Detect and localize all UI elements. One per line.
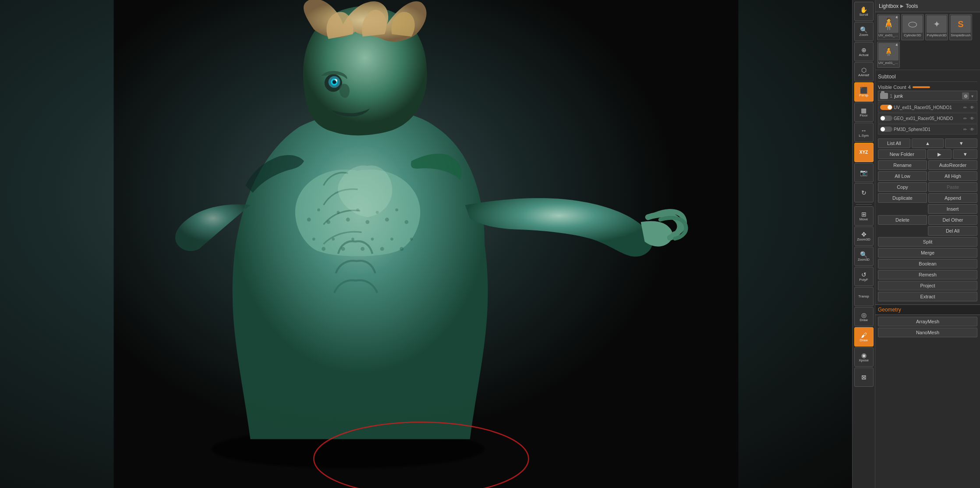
subtool-name-0: UV_ex01_Racer05_HONDO1: [894, 105, 961, 110]
svg-point-25: [380, 247, 384, 251]
action-row-nanomesh: NanoMesh: [878, 328, 977, 337]
tray-item-uv-racer-small[interactable]: 🧍 4 UV_ex01_Racer: [877, 42, 900, 68]
human-figure-icon: 🧍: [881, 17, 896, 32]
subtool-item-0[interactable]: UV_ex01_Racer05_HONDO1 ✏ 👁: [878, 102, 977, 113]
subtool-item-row-1: GEO_ex01_Racer05_HONDO ✏ 👁: [880, 114, 975, 122]
toggle-uv-racer1[interactable]: [880, 105, 892, 110]
lsym-button[interactable]: ↔ L.Sym: [854, 123, 874, 142]
nanomesh-button[interactable]: NanoMesh: [878, 328, 977, 337]
autoreorder-button[interactable]: AutoReorder: [928, 160, 977, 170]
all-high-button[interactable]: All High: [928, 171, 977, 181]
xpose-button[interactable]: ⊠: [854, 368, 874, 387]
tray-item-cylinder3d[interactable]: ⬭ Cylinder3D: [901, 14, 924, 40]
action-row-insert: Insert: [878, 204, 977, 214]
persp-button[interactable]: ⬛ Persp: [854, 82, 874, 102]
collapse-icon[interactable]: ▾: [969, 93, 975, 99]
tray-item-simplebrush[interactable]: S SimpleBrush: [949, 14, 972, 40]
new-folder-button[interactable]: New Folder: [878, 149, 926, 159]
all-low-button[interactable]: All Low: [878, 171, 927, 181]
zoom3d-button[interactable]: 🔍 Zoom3D: [854, 247, 874, 266]
rotate2-icon: ↻: [861, 190, 867, 196]
tool-tray: 🧍 4 UV_ex01_Racer ⬭ Cylinder3D ✦ PolyMes…: [875, 12, 980, 70]
item-icons-2: ✏ 👁: [962, 126, 975, 132]
edit-icon-0[interactable]: ✏: [962, 104, 968, 110]
lsym-label: L.Sym: [859, 134, 869, 138]
draw-button[interactable]: 🖌 Draw: [854, 327, 874, 347]
subtool-panel: Lightbox ▶ Tools 🧍 4 UV_ex01_Racer ⬭ Cyl…: [875, 0, 980, 488]
merge-button[interactable]: Merge: [878, 248, 977, 258]
folder-number: 1: [890, 93, 892, 99]
toggle-geo-racer[interactable]: [880, 116, 892, 121]
solo-button[interactable]: ◉ Xpose: [854, 347, 874, 367]
tray-item-uv-racer[interactable]: 🧍 4 UV_ex01_Racer: [877, 14, 900, 40]
subtool-folder-row[interactable]: 1 junk ⚙ ▾: [878, 91, 977, 101]
xyz-button[interactable]: XYZ: [854, 143, 874, 162]
arraymesh-button[interactable]: ArrayMesh: [878, 317, 977, 326]
svg-point-26: [390, 238, 393, 241]
zoom-button[interactable]: 🔍 Zoom: [854, 22, 874, 41]
actual-button[interactable]: ⊕ Actual: [854, 42, 874, 61]
solo-label: Xpose: [859, 359, 869, 362]
tray-item-polymesh3d[interactable]: ✦ PolyMesh3D: [925, 14, 948, 40]
floor-button[interactable]: ▦ Floor: [854, 103, 874, 122]
project-button[interactable]: Project: [878, 281, 977, 290]
duplicate-button[interactable]: Duplicate: [878, 193, 927, 203]
subtool-item-2[interactable]: PM3D_Sphere3D1 ✏ 👁: [878, 124, 977, 134]
new-folder-down-button[interactable]: ▼: [953, 149, 977, 159]
action-row-duplicate: Duplicate Append: [878, 193, 977, 203]
boolean-button[interactable]: Boolean: [878, 259, 977, 269]
del-other-button[interactable]: Del Other: [928, 215, 977, 225]
eye-icon-2[interactable]: 👁: [969, 126, 975, 132]
eye-icon-1[interactable]: 👁: [969, 115, 975, 121]
draw-icon: 🖌: [861, 332, 867, 338]
transp-icon: ◎: [861, 312, 867, 318]
gear-button[interactable]: ⚙: [962, 92, 969, 99]
subtool-item-1[interactable]: GEO_ex01_Racer05_HONDO ✏ 👁: [878, 113, 977, 124]
append-button[interactable]: Append: [928, 193, 977, 203]
copy-button[interactable]: Copy: [878, 182, 927, 192]
subtool-name-1: GEO_ex01_Racer05_HONDO: [894, 116, 961, 121]
action-row-delete: Delete Del Other: [878, 215, 977, 225]
tools-label[interactable]: Tools: [906, 3, 918, 9]
scroll-button[interactable]: ✋ Scroll: [854, 2, 874, 21]
action-row-delall: Del All: [878, 226, 977, 236]
svg-point-21: [341, 247, 345, 251]
paste-button[interactable]: Paste: [928, 182, 977, 192]
rotate-button[interactable]: ↺ PolyF: [854, 267, 874, 286]
move-button[interactable]: ✥ Zoom3D: [854, 226, 874, 246]
frame-icon: ⊞: [861, 211, 867, 217]
item-icons-1: ✏ 👁: [962, 115, 975, 121]
aahalf-button[interactable]: ⬡ AAHalf: [854, 62, 874, 81]
zoom-label: Zoom: [859, 33, 868, 37]
insert-button[interactable]: Insert: [928, 204, 977, 214]
tray-thumb-cylinder3d: ⬭: [902, 15, 923, 33]
down-arrow-button[interactable]: ▼: [945, 138, 977, 148]
polyf-button[interactable]: Transp: [854, 287, 874, 306]
del-all-button[interactable]: Del All: [928, 226, 977, 236]
main-viewport[interactable]: [0, 0, 852, 488]
separator-1: [856, 204, 872, 205]
extract-button[interactable]: Extract: [878, 292, 977, 301]
delete-button[interactable]: Delete: [878, 215, 927, 225]
rotate2-button[interactable]: ↻: [854, 183, 874, 202]
new-folder-right-button[interactable]: ▶: [927, 149, 952, 159]
edit-icon-2[interactable]: ✏: [962, 126, 968, 132]
eye-icon-0[interactable]: 👁: [969, 104, 975, 110]
lightbox-label[interactable]: Lightbox: [879, 3, 899, 9]
split-button[interactable]: Split: [878, 237, 977, 247]
frame-button[interactable]: ⊞ Move: [854, 206, 874, 226]
transp-button[interactable]: ◎ Draw: [854, 307, 874, 326]
camera-button[interactable]: 📷: [854, 163, 874, 182]
rename-button[interactable]: Rename: [878, 160, 927, 170]
up-arrow-button[interactable]: ▲: [912, 138, 944, 148]
draw-label: Draw: [860, 339, 868, 342]
move-label: Zoom3D: [857, 238, 870, 241]
geometry-section[interactable]: Geometry: [875, 304, 980, 315]
actual-icon: ⊕: [861, 47, 867, 53]
svg-point-7: [307, 218, 311, 222]
edit-icon-1[interactable]: ✏: [962, 115, 968, 121]
list-all-button[interactable]: List All: [878, 138, 910, 148]
action-section: List All ▲ ▼ New Folder ▶ ▼ Rename AutoR…: [875, 137, 980, 304]
toggle-sphere3d[interactable]: [880, 127, 892, 132]
remesh-button[interactable]: Remesh: [878, 270, 977, 279]
